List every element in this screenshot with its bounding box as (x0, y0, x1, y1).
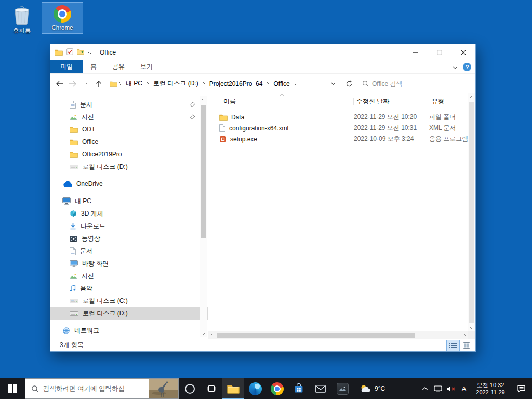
column-header-modified[interactable]: 수정한 날짜 (354, 94, 429, 109)
desktop-icon-chrome[interactable]: Chrome (42, 2, 83, 34)
qat-customize-button[interactable] (88, 49, 92, 56)
breadcrumb-item[interactable]: 내 PC (123, 79, 145, 88)
file-list-pane[interactable]: 이름 수정한 날짜 유형 Data 2022-11-29 오전 10:20 (208, 93, 475, 339)
navigation-bar: 내 PC 로컬 디스크 (D:) Project2016Pro_64 Offic… (50, 74, 475, 93)
file-row-configuration-xml[interactable]: configuration-x64.xml 2022-11-29 오전 10:3… (208, 123, 475, 134)
file-explorer-button[interactable] (222, 378, 244, 399)
scroll-right-icon[interactable] (461, 331, 468, 339)
details-view-button[interactable] (447, 340, 459, 351)
desktop-icon-recycle-bin[interactable]: 휴지통 (1, 3, 43, 37)
scroll-up-icon[interactable] (468, 93, 475, 100)
tab-file[interactable]: 파일 (50, 60, 83, 73)
cortana-button[interactable] (179, 378, 201, 399)
horizontal-scrollbar[interactable] (208, 331, 468, 339)
explorer-search-input[interactable] (372, 80, 467, 87)
forward-button[interactable] (68, 81, 78, 87)
column-header-name[interactable]: 이름 (208, 94, 353, 109)
task-view-button[interactable] (201, 378, 222, 399)
network-tray-button[interactable] (431, 378, 444, 399)
scroll-left-icon[interactable] (208, 331, 215, 339)
address-bar[interactable]: 내 PC 로컬 디스크 (D:) Project2016Pro_64 Offic… (107, 77, 340, 90)
sidebar-item-local-disk-d[interactable]: 로컬 디스크 (D:) (50, 161, 208, 173)
sidebar-item-documents[interactable]: 문서 (50, 245, 208, 257)
taskbar: 9°C A 오전 10:32 2022-11-29 (0, 378, 532, 399)
sidebar-item-pictures[interactable]: 사진 (50, 270, 208, 282)
documents-icon (70, 247, 76, 255)
file-row-data[interactable]: Data 2022-11-29 오전 10:20 파일 폴더 (208, 112, 475, 123)
qat-properties-button[interactable] (66, 48, 73, 57)
chrome-button[interactable] (266, 378, 288, 399)
scrollbar-thumb[interactable] (469, 102, 474, 323)
store-button[interactable] (288, 378, 310, 399)
file-list[interactable]: Data 2022-11-29 오전 10:20 파일 폴더 configura… (208, 109, 475, 144)
sidebar-item-network[interactable]: 네트워크 (50, 324, 208, 337)
tab-share[interactable]: 공유 (104, 60, 132, 73)
pinned-app-button[interactable] (331, 378, 353, 399)
breadcrumb-item[interactable]: Office (271, 80, 292, 87)
sidebar-item-pictures[interactable]: 사진 (50, 111, 208, 123)
address-dropdown-button[interactable] (331, 82, 337, 85)
maximize-button[interactable] (428, 44, 451, 60)
scroll-up-icon[interactable] (200, 96, 207, 103)
breadcrumb-item[interactable]: Project2016Pro_64 (207, 80, 265, 87)
qat-new-folder-button[interactable] (77, 49, 84, 56)
desktop-icon-label: Chrome (52, 24, 73, 31)
ime-indicator[interactable]: A (457, 378, 471, 399)
search-highlight-image[interactable] (149, 379, 178, 398)
file-row-setup-exe[interactable]: setup.exe 2022-10-09 오후 3:24 응용 프로그램 (208, 134, 475, 144)
tab-home[interactable]: 홈 (83, 60, 104, 73)
recent-locations-button[interactable] (81, 82, 91, 85)
sidebar-scrollbar[interactable] (200, 96, 207, 337)
sidebar-item-odt[interactable]: ODT (50, 123, 208, 136)
volume-muted-icon (446, 385, 455, 392)
up-button[interactable] (94, 80, 104, 87)
taskbar-search-box[interactable] (25, 378, 179, 399)
minimize-button[interactable] (404, 44, 428, 60)
vertical-scrollbar[interactable] (468, 93, 475, 331)
folder-icon (70, 126, 78, 133)
scrollbar-thumb[interactable] (201, 105, 206, 238)
this-pc-icon (62, 197, 71, 205)
volume-tray-button[interactable] (444, 378, 457, 399)
mail-button[interactable] (310, 378, 331, 399)
breadcrumb-item[interactable]: 로컬 디스크 (D:) (151, 79, 201, 88)
taskbar-search-input[interactable] (43, 385, 144, 392)
scroll-down-icon[interactable] (468, 324, 475, 331)
weather-widget[interactable]: 9°C (353, 378, 391, 399)
start-button[interactable] (0, 378, 25, 399)
tab-view[interactable]: 보기 (132, 60, 161, 73)
folder-icon (55, 49, 63, 56)
sidebar-item-local-disk-d[interactable]: 로컬 디스크 (D:) (50, 307, 208, 320)
sidebar-item-music[interactable]: 음악 (50, 282, 208, 295)
title-bar[interactable]: Office (50, 44, 475, 60)
sidebar-item-office2019pro[interactable]: Office2019Pro (50, 148, 208, 161)
tray-overflow-button[interactable] (418, 378, 431, 399)
sidebar-item-local-disk-c[interactable]: 로컬 디스크 (C:) (50, 295, 208, 307)
desktop-icon (70, 260, 78, 267)
back-button[interactable] (55, 81, 65, 87)
onedrive-icon (62, 181, 72, 187)
sidebar-item-documents[interactable]: 문서 (50, 98, 208, 111)
chrome-icon (54, 5, 71, 23)
refresh-button[interactable] (343, 80, 355, 87)
ribbon-expand-button[interactable] (453, 63, 458, 71)
scroll-down-icon[interactable] (200, 330, 207, 337)
sidebar-item-downloads[interactable]: 다운로드 (50, 220, 208, 232)
sidebar-item-office[interactable]: Office (50, 136, 208, 148)
sidebar-item-3d-objects[interactable]: 3D 개체 (50, 207, 208, 220)
large-icons-view-button[interactable] (460, 340, 473, 351)
explorer-search-box[interactable] (358, 77, 471, 90)
sidebar-item-desktop[interactable]: 바탕 화면 (50, 257, 208, 270)
scrollbar-thumb[interactable] (217, 332, 415, 338)
sidebar-item-this-pc[interactable]: 내 PC (50, 195, 208, 207)
partly-cloudy-icon (359, 384, 371, 393)
edge-button[interactable] (244, 378, 266, 399)
help-button[interactable]: ? (463, 63, 471, 71)
taskbar-clock[interactable]: 오전 10:32 2022-11-29 (471, 378, 510, 399)
sidebar-item-onedrive[interactable]: OneDrive (50, 178, 208, 190)
chrome-icon (271, 382, 284, 395)
action-center-button[interactable] (510, 378, 532, 399)
folder-icon (70, 151, 78, 158)
close-button[interactable] (451, 44, 475, 60)
sidebar-item-videos[interactable]: 동영상 (50, 232, 208, 245)
